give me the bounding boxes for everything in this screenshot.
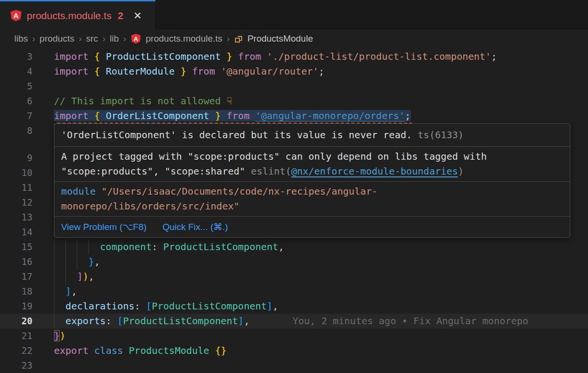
line-number: 9 — [0, 151, 32, 165]
code-token: { — [94, 66, 106, 77]
eslint-message: A project tagged with "scope:products" c… — [54, 146, 570, 181]
module-path-text2: monorepo/libs/orders/src/index" — [61, 200, 239, 212]
line-number: 11 — [0, 180, 32, 195]
code-text: import { ProductListComponent } from './… — [32, 49, 497, 64]
code-line[interactable]: 22export class ProductsModule {} — [0, 343, 588, 358]
code-text: export class ProductsModule {} — [32, 343, 226, 358]
breadcrumb-file[interactable]: products.module.ts — [146, 33, 223, 44]
breadcrumb-item[interactable]: products — [40, 33, 75, 44]
code-token: import — [54, 51, 94, 62]
code-line[interactable]: 15 component: ProductListComponent, — [0, 240, 588, 254]
breadcrumb-separator: › — [32, 33, 35, 44]
code-token: , — [278, 241, 284, 252]
code-token: ] — [65, 285, 71, 297]
code-token: './product-list/product-list.component' — [267, 51, 492, 62]
code-token: : — [135, 300, 146, 312]
code-token: ProductListComponent — [152, 300, 267, 312]
code-token: ☟ — [226, 95, 232, 107]
ts-error-text: 'OrderListComponent' is declared but its… — [61, 129, 412, 141]
code-text: import { RouterModule } from '@angular/r… — [32, 64, 324, 79]
code-line[interactable]: 5 — [0, 79, 588, 94]
code-text: declarations: [ProductListComponent], — [32, 299, 278, 314]
code-text: ], — [32, 284, 77, 299]
code-token: } — [209, 110, 221, 121]
line-number: 22 — [0, 343, 32, 358]
view-problem-action[interactable]: View Problem (⌥F8) — [61, 222, 147, 232]
angular-icon: A — [11, 10, 21, 22]
code-text: component: ProductListComponent, — [32, 240, 284, 254]
line-number: 15 — [0, 240, 32, 254]
eslint-source: eslint( — [251, 165, 291, 177]
code-token: : — [152, 241, 163, 252]
angular-icon: A — [131, 33, 140, 44]
code-token: , — [88, 271, 94, 282]
quick-fix-action[interactable]: Quick Fix... (⌘.) — [162, 222, 228, 232]
breadcrumb-separator: › — [227, 33, 230, 44]
code-token: : — [106, 315, 117, 327]
line-number: 19 — [0, 299, 32, 314]
code-token: export — [54, 345, 94, 356]
breadcrumb-item[interactable]: src — [86, 33, 98, 44]
code-token: ] — [238, 315, 244, 327]
code-text: ]), — [32, 269, 94, 284]
code-line[interactable]: 6// This import is not allowed ☟ — [0, 94, 588, 109]
breadcrumb-symbol[interactable]: ProductsModule — [247, 33, 313, 44]
eslint-rule-link[interactable]: @nx/enforce-module-boundaries — [291, 165, 458, 177]
ts-error-message: 'OrderListComponent' is declared but its… — [54, 124, 570, 146]
code-text: exports: [ProductListComponent],You, 2 m… — [32, 314, 528, 329]
module-path-text: "/Users/isaac/Documents/code/nx-recipes/… — [96, 186, 377, 197]
indent-guide — [54, 254, 54, 269]
eslint-line2: "scope:products", "scope:shared" eslint(… — [61, 164, 563, 179]
indent-guide — [77, 254, 77, 269]
code-line[interactable]: 20 exports: [ProductListComponent],You, … — [0, 314, 588, 329]
breadcrumb-separator: › — [123, 33, 126, 44]
code-token: from — [221, 110, 255, 121]
code-line[interactable]: 21}) — [0, 329, 588, 343]
indent-guide — [54, 314, 54, 329]
code-token: [ — [117, 315, 123, 327]
ts-error-code: ts(6133) — [412, 129, 464, 141]
code-token: '@angular-monorepo/orders' — [255, 110, 405, 121]
code-token: OrderListComponent — [106, 110, 209, 121]
indent-guide — [54, 240, 54, 254]
code-text: }) — [32, 329, 65, 343]
tab-title: products.module.ts — [27, 10, 111, 22]
code-line[interactable]: 3import { ProductListComponent } from '.… — [0, 49, 588, 64]
indent-guide — [77, 240, 77, 254]
code-token — [54, 300, 65, 312]
indent-guide — [88, 240, 89, 254]
code-line[interactable]: 18 ], — [0, 284, 588, 299]
indent-guide — [65, 240, 66, 254]
breadcrumb: libs›products›src›lib›Aproducts.module.t… — [0, 30, 588, 48]
code-line[interactable]: 17 ]), — [0, 269, 588, 284]
code-line[interactable]: 4import { RouterModule } from '@angular/… — [0, 64, 588, 79]
code-token: component — [100, 241, 151, 252]
code-line[interactable]: 19 declarations: [ProductListComponent], — [0, 299, 588, 314]
code-line[interactable]: 16 }, — [0, 254, 588, 269]
code-token: ] — [267, 300, 273, 312]
code-token — [54, 256, 88, 267]
line-number: 17 — [0, 269, 32, 284]
code-token — [54, 315, 65, 327]
indent-guide — [54, 284, 54, 299]
code-token: ; — [319, 66, 324, 77]
tab-products-module[interactable]: A products.module.ts 2 ✕ — [0, 0, 156, 30]
line-number: 14 — [0, 225, 32, 240]
code-token: { — [94, 110, 106, 121]
line-number: 13 — [0, 210, 32, 225]
selection-highlight: import { OrderListComponent } from '@ang… — [54, 110, 411, 121]
code-token: } — [221, 51, 232, 62]
code-line[interactable]: 7import { OrderListComponent } from '@an… — [0, 109, 588, 123]
breadcrumb-item[interactable]: libs — [14, 33, 28, 44]
code-text: // This import is not allowed ☟ — [32, 94, 232, 109]
code-token: , — [273, 300, 278, 312]
close-icon[interactable]: ✕ — [133, 10, 142, 22]
hover-status-bar: View Problem (⌥F8) Quick Fix... (⌘.) — [54, 216, 570, 237]
code-token: ProductListComponent — [106, 51, 221, 62]
code-token: ; — [491, 51, 497, 62]
code-line[interactable]: 23 — [0, 358, 588, 373]
indent-guide — [54, 299, 54, 314]
breadcrumb-item[interactable]: lib — [110, 33, 119, 44]
breadcrumb-separator: › — [79, 33, 82, 44]
code-editor[interactable]: 3import { ProductListComponent } from '.… — [0, 48, 588, 373]
